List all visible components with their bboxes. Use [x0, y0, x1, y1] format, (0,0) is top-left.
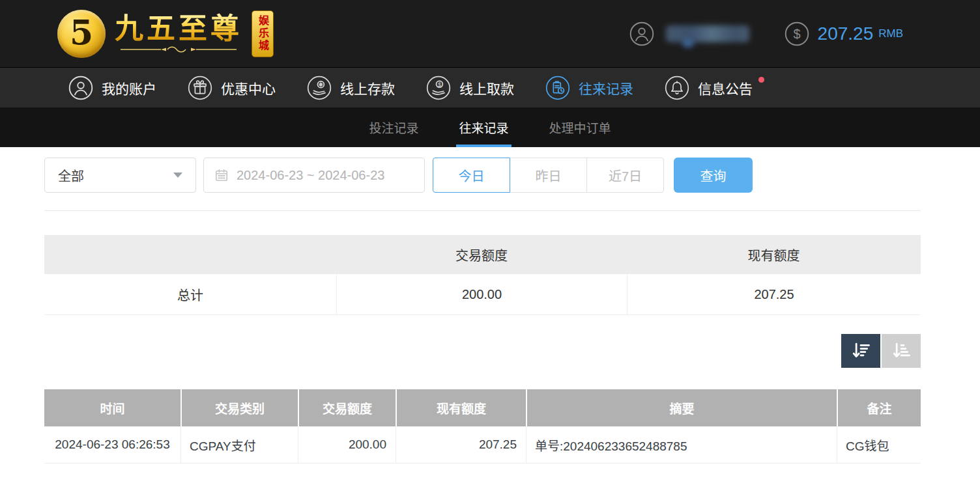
brand-emblem-icon: 5: [57, 10, 106, 58]
bell-icon: [665, 76, 689, 100]
records-header-current-balance: 现有额度: [396, 389, 526, 426]
withdraw-hand-coin-icon: $: [426, 76, 451, 100]
sort-descending-icon: [850, 340, 871, 361]
svg-text:$: $: [438, 81, 441, 87]
nav-label: 线上取款: [459, 78, 514, 98]
notification-dot: [758, 77, 764, 83]
section-divider: [44, 210, 921, 211]
sort-controls: [44, 334, 921, 368]
record-current-balance: 207.25: [396, 426, 526, 463]
summary-total-row: 总计 200.00 207.25: [44, 274, 921, 315]
svg-text:$: $: [793, 27, 800, 41]
nav-item-announcements[interactable]: 信息公告: [665, 68, 753, 107]
search-button[interactable]: 查询: [674, 158, 753, 193]
tab-label: 处理中订单: [549, 118, 611, 136]
nav-label: 我的账户: [102, 78, 156, 98]
main-navigation: 我的账户 优惠中心 线上存款 $ 线上取款: [0, 67, 980, 107]
records-table-header: 时间 交易类别 交易额度 现有额度 摘要 备注: [44, 389, 921, 426]
filter-bar: 全部 2024-06-23 ~ 2024-06-23 今日 昨日 近7日 查询: [44, 158, 980, 193]
type-select[interactable]: 全部: [44, 158, 196, 193]
records-clipboard-icon: [545, 76, 570, 100]
brand-emblem-digits: 5: [70, 12, 93, 52]
summary-header-current-balance: 现有额度: [627, 235, 921, 274]
account-area: $ 207.25 RMB: [629, 21, 903, 46]
gift-icon: [188, 76, 212, 100]
username-redacted: [666, 25, 749, 42]
records-table: 时间 交易类别 交易额度 现有额度 摘要 备注 2024-06-23 06:26…: [44, 389, 921, 464]
balance-amount: 207.25: [818, 23, 874, 44]
chevron-down-icon: [173, 173, 182, 178]
summary-header-blank: [44, 235, 336, 274]
tab-transaction-records[interactable]: 往来记录: [456, 107, 511, 147]
record-summary: 单号:202406233652488785: [526, 426, 837, 463]
nav-label: 信息公告: [698, 78, 753, 98]
summary-total-label: 总计: [44, 274, 336, 314]
record-time: 2024-06-23 06:26:53: [44, 426, 180, 463]
quick-range-yesterday-button[interactable]: 昨日: [510, 158, 587, 193]
tab-label: 往来记录: [459, 118, 508, 136]
brand-logo[interactable]: 5 九五至尊 娱乐城: [57, 10, 274, 58]
top-header: 5 九五至尊 娱乐城 $ 207.25 RMB: [0, 0, 980, 67]
tab-label: 投注记录: [369, 118, 418, 136]
sort-descending-button[interactable]: [841, 334, 880, 368]
tab-processing-orders[interactable]: 处理中订单: [547, 107, 614, 147]
record-type: CGPAY支付: [180, 426, 298, 463]
balance-currency: RMB: [878, 27, 903, 40]
summary-table: 交易额度 现有额度 总计 200.00 207.25: [44, 235, 921, 315]
quick-range-today-button[interactable]: 今日: [433, 158, 510, 193]
nav-item-withdrawal[interactable]: $ 线上取款: [426, 68, 514, 107]
sort-ascending-icon: [891, 340, 912, 361]
tab-betting-records[interactable]: 投注记录: [366, 107, 421, 147]
nav-label: 优惠中心: [221, 78, 276, 98]
user-icon: [68, 76, 93, 100]
nav-item-promotions[interactable]: 优惠中心: [188, 68, 276, 107]
main-content: 全部 2024-06-23 ~ 2024-06-23 今日 昨日 近7日 查询 …: [0, 158, 980, 464]
balance-coin-icon: $: [785, 21, 809, 46]
records-header-time: 时间: [44, 389, 180, 426]
nav-item-deposit[interactable]: 线上存款: [307, 68, 395, 107]
record-remarks: CG钱包: [837, 426, 921, 463]
summary-table-header: 交易额度 现有额度: [44, 235, 921, 274]
summary-total-transaction-amount: 200.00: [336, 274, 627, 314]
brand-text: 九五至尊: [115, 13, 242, 53]
calendar-icon: [214, 168, 229, 182]
brand-name: 九五至尊: [115, 13, 242, 44]
nav-label: 往来记录: [579, 78, 633, 98]
summary-header-transaction-amount: 交易额度: [336, 235, 627, 274]
date-range-input[interactable]: 2024-06-23 ~ 2024-06-23: [203, 158, 425, 193]
quick-range-last7days-button[interactable]: 近7日: [586, 158, 664, 193]
brand-flourish-icon: [118, 45, 239, 54]
records-header-remarks: 备注: [837, 389, 921, 426]
date-range-value: 2024-06-23 ~ 2024-06-23: [237, 168, 384, 183]
deposit-hand-coin-icon: [307, 76, 332, 100]
summary-total-current-balance: 207.25: [627, 274, 921, 314]
nav-item-my-account[interactable]: 我的账户: [68, 68, 156, 107]
sort-ascending-button[interactable]: [882, 334, 921, 368]
user-avatar-icon[interactable]: [629, 21, 654, 46]
type-select-value: 全部: [58, 166, 84, 185]
nav-label: 线上存款: [340, 78, 395, 98]
brand-badge: 娱乐城: [252, 10, 274, 57]
record-transaction-amount: 200.00: [298, 426, 396, 463]
table-row: 2024-06-23 06:26:53 CGPAY支付 200.00 207.2…: [44, 426, 921, 464]
records-tab-bar: 投注记录 往来记录 处理中订单: [0, 107, 980, 147]
quick-range-group: 今日 昨日 近7日: [433, 158, 664, 193]
records-header-type: 交易类别: [180, 389, 298, 426]
records-header-transaction-amount: 交易额度: [298, 389, 396, 426]
nav-item-records[interactable]: 往来记录: [545, 68, 633, 107]
records-header-summary: 摘要: [526, 389, 837, 426]
